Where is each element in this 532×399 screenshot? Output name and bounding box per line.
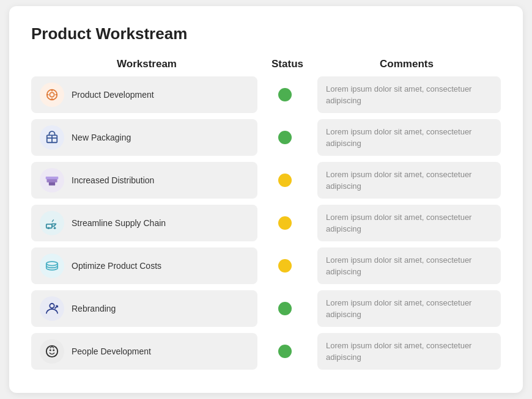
svg-point-14 [54, 227, 56, 229]
icon-product-development [40, 82, 64, 107]
icon-people-development [40, 339, 64, 364]
comments-text-streamline-supply-chain: Lorem ipsum dolor sit amet, consectetuer… [326, 211, 492, 235]
table-row-new-packaging: New Packaging Lorem ipsum dolor sit amet… [31, 118, 501, 157]
col-status: Status [260, 58, 315, 70]
rows-container: Product Development Lorem ipsum dolor si… [31, 75, 501, 371]
table-row-increased-distribution: Increased Distribution Lorem ipsum dolor… [31, 161, 501, 200]
comments-cell-product-development: Lorem ipsum dolor sit amet, consectetuer… [317, 76, 501, 113]
comments-text-new-packaging: Lorem ipsum dolor sit amet, consectetuer… [326, 126, 492, 150]
comments-cell-people-development: Lorem ipsum dolor sit amet, consectetuer… [317, 333, 501, 370]
status-cell-new-packaging [257, 131, 312, 144]
icon-increased-distribution [40, 168, 64, 192]
workstream-cell-people-development: People Development [31, 333, 257, 370]
comments-text-optimize-product-costs: Lorem ipsum dolor sit amet, consectetuer… [326, 254, 492, 278]
workstream-cell-rebranding: Rebranding [31, 290, 257, 327]
status-dot-new-packaging [278, 131, 292, 144]
workstream-cell-new-packaging: New Packaging [31, 119, 257, 156]
status-dot-increased-distribution [278, 174, 292, 187]
status-cell-product-development [257, 88, 312, 101]
workstream-label-people-development: People Development [72, 346, 151, 356]
comments-cell-streamline-supply-chain: Lorem ipsum dolor sit amet, consectetuer… [317, 205, 501, 241]
icon-optimize-product-costs [40, 254, 64, 278]
svg-point-1 [50, 92, 54, 97]
svg-point-16 [50, 304, 54, 308]
workstream-cell-streamline-supply-chain: Streamline Supply Chain [31, 205, 257, 241]
status-dot-optimize-product-costs [278, 259, 292, 273]
icon-rebranding [40, 296, 64, 321]
comments-text-product-development: Lorem ipsum dolor sit amet, consectetuer… [326, 83, 492, 107]
status-cell-rebranding [257, 302, 312, 315]
comments-text-rebranding: Lorem ipsum dolor sit amet, consectetuer… [326, 297, 492, 321]
col-workstream: Workstream [34, 58, 260, 70]
comments-cell-increased-distribution: Lorem ipsum dolor sit amet, consectetuer… [317, 162, 501, 199]
workstream-cell-optimize-product-costs: Optimize Product Costs [31, 247, 257, 284]
comments-text-increased-distribution: Lorem ipsum dolor sit amet, consectetuer… [326, 169, 492, 192]
table-row-streamline-supply-chain: Streamline Supply Chain Lorem ipsum dolo… [31, 203, 501, 243]
status-cell-optimize-product-costs [257, 259, 312, 273]
comments-cell-new-packaging: Lorem ipsum dolor sit amet, consectetuer… [317, 119, 501, 156]
page-title: Product Workstream [31, 24, 501, 43]
main-card: Product Workstream Workstream Status Com… [9, 6, 523, 393]
workstream-label-increased-distribution: Increased Distribution [72, 175, 154, 185]
workstream-label-new-packaging: New Packaging [72, 133, 131, 142]
comments-text-people-development: Lorem ipsum dolor sit amet, consectetuer… [326, 340, 492, 364]
workstream-label-streamline-supply-chain: Streamline Supply Chain [72, 218, 166, 228]
svg-point-22 [53, 350, 54, 351]
icon-new-packaging [40, 125, 64, 150]
status-dot-people-development [278, 345, 292, 358]
status-dot-product-development [278, 88, 292, 101]
workstream-cell-product-development: Product Development [31, 76, 257, 113]
svg-point-20 [46, 346, 57, 357]
svg-rect-10 [46, 178, 57, 182]
status-dot-streamline-supply-chain [278, 216, 292, 230]
table-row-product-development: Product Development Lorem ipsum dolor si… [31, 75, 501, 114]
col-comments: Comments [315, 58, 498, 70]
workstream-label-optimize-product-costs: Optimize Product Costs [72, 261, 161, 271]
comments-cell-rebranding: Lorem ipsum dolor sit amet, consectetuer… [317, 290, 501, 327]
workstream-label-product-development: Product Development [72, 90, 154, 100]
status-cell-people-development [257, 345, 312, 358]
icon-streamline-supply-chain [40, 211, 64, 235]
comments-cell-optimize-product-costs: Lorem ipsum dolor sit amet, consectetuer… [317, 247, 501, 284]
svg-point-21 [50, 350, 51, 351]
status-cell-streamline-supply-chain [257, 216, 312, 230]
svg-rect-11 [46, 177, 59, 179]
workstream-label-rebranding: Rebranding [72, 304, 116, 313]
status-dot-rebranding [278, 302, 292, 315]
table-row-optimize-product-costs: Optimize Product Costs Lorem ipsum dolor… [31, 246, 501, 285]
workstream-cell-increased-distribution: Increased Distribution [31, 162, 257, 199]
status-cell-increased-distribution [257, 174, 312, 187]
table-row-people-development: People Development Lorem ipsum dolor sit… [31, 332, 501, 371]
table-header: Workstream Status Comments [31, 58, 501, 70]
svg-point-13 [48, 227, 50, 229]
svg-point-15 [46, 262, 57, 265]
table-row-rebranding: Rebranding Lorem ipsum dolor sit amet, c… [31, 289, 501, 328]
